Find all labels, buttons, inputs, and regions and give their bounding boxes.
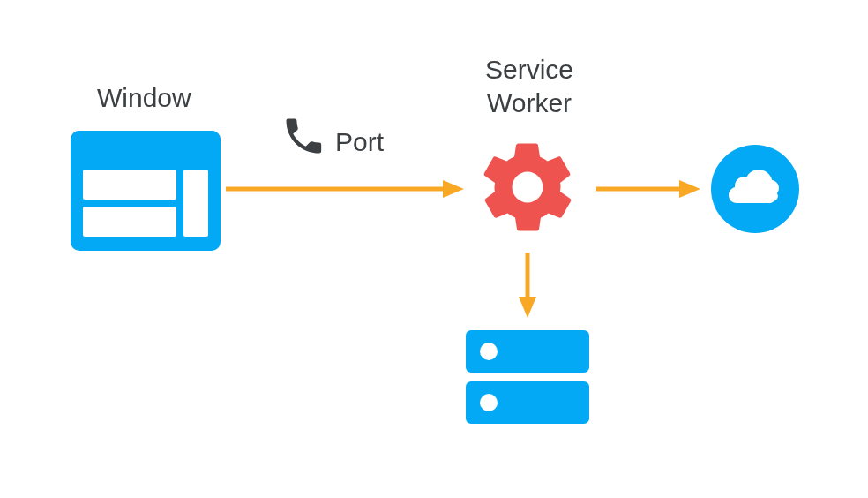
svg-point-22: [480, 394, 498, 411]
svg-rect-2: [83, 170, 176, 200]
arrow-service-worker-to-network: [596, 180, 700, 201]
service-worker-label: Service Worker: [468, 53, 591, 119]
svg-rect-3: [83, 207, 176, 237]
svg-rect-4: [183, 170, 208, 237]
svg-marker-8: [443, 180, 464, 198]
svg-marker-10: [679, 180, 700, 198]
service-worker-label-line1: Service: [485, 55, 573, 84]
svg-rect-16: [737, 194, 774, 203]
svg-point-20: [480, 343, 498, 360]
svg-marker-18: [519, 297, 536, 318]
browser-window-icon: [71, 131, 221, 254]
port-label: Port: [335, 125, 384, 159]
server-icon: [466, 330, 589, 431]
window-label: Window: [97, 81, 191, 115]
svg-rect-5: [71, 131, 221, 152]
service-worker-label-line2: Worker: [487, 88, 572, 117]
phone-icon: [281, 113, 326, 162]
arrow-service-worker-to-cache: [519, 253, 536, 321]
svg-rect-6: [83, 152, 208, 161]
gear-icon: [475, 134, 580, 244]
cloud-icon: [711, 145, 799, 237]
arrow-window-to-service-worker: [226, 180, 464, 201]
